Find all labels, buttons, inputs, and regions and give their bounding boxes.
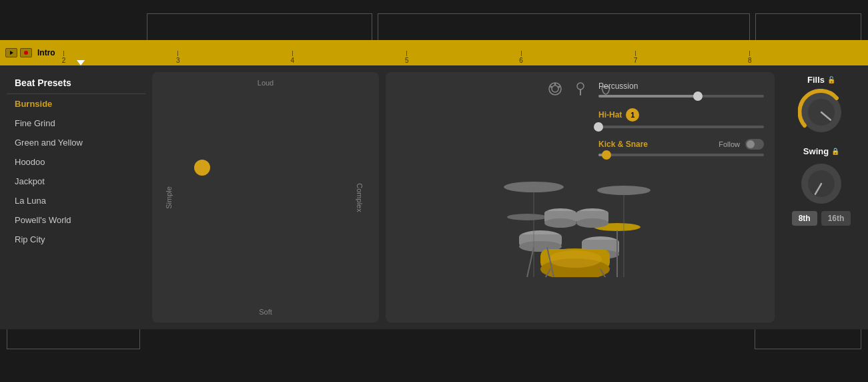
kick-snare-label: Kick & Snare: [598, 140, 648, 149]
maraca-icon[interactable]: [573, 81, 588, 100]
swing-section: Swing 🔒 8th 16th: [781, 146, 861, 226]
tambourine-icon[interactable]: [548, 81, 562, 100]
sidebar-item-powells-world[interactable]: Powell's World: [7, 210, 145, 230]
playhead[interactable]: [77, 60, 85, 65]
resize-handle-center[interactable]: [378, 13, 749, 40]
sidebar-item-rip-city[interactable]: Rip City: [7, 230, 145, 249]
svg-point-12: [507, 214, 547, 220]
label-complex: Complex: [355, 183, 363, 212]
hihat-control: Hi-Hat 1: [598, 108, 764, 128]
sidebar: Beat Presets Burnside Fine Grind Green a…: [7, 72, 145, 323]
svg-point-3: [552, 85, 558, 92]
beat-position-dot[interactable]: [194, 160, 210, 176]
sidebar-item-jackpot[interactable]: Jackpot: [7, 172, 145, 191]
follow-toggle[interactable]: [745, 139, 764, 150]
resize-handle-left[interactable]: [147, 13, 372, 40]
ruler-marker-8: 8: [748, 51, 752, 64]
ruler-marker-5: 5: [405, 51, 409, 64]
ruler-marker-2: 2: [62, 51, 66, 64]
swing-label: Swing 🔒: [803, 146, 839, 156]
timeline-ruler: 2 3 4 5 6 7 8: [62, 40, 863, 65]
svg-point-7: [577, 83, 584, 89]
top-resize-area: [0, 0, 868, 40]
swing-buttons: 8th 16th: [792, 211, 851, 226]
svg-line-31: [527, 247, 534, 277]
sidebar-header: Beat Presets: [7, 72, 145, 94]
svg-point-21: [544, 218, 576, 228]
play-button[interactable]: [5, 48, 17, 57]
sidebar-item-hoodoo[interactable]: Hoodoo: [7, 152, 145, 172]
svg-marker-0: [10, 51, 13, 55]
resize-handle-right[interactable]: [755, 13, 861, 40]
ruler-marker-3: 3: [176, 51, 180, 64]
percussion-label: Percussion: [598, 81, 764, 91]
kick-snare-control: Kick & Snare Follow: [598, 139, 764, 156]
beat-pad[interactable]: Loud Soft Simple Complex: [152, 72, 379, 323]
swing-16th-button[interactable]: 16th: [821, 211, 851, 226]
right-panel: Fills 🔓 Swi: [781, 72, 861, 323]
fills-label: Fills 🔓: [807, 75, 835, 85]
label-simple: Simple: [165, 186, 173, 209]
bottom-resize-area: [0, 329, 868, 375]
percussion-slider[interactable]: [598, 95, 764, 98]
swing-lock-icon[interactable]: 🔒: [831, 148, 839, 155]
label-loud: Loud: [258, 79, 274, 87]
hihat-slider[interactable]: [598, 126, 764, 128]
resize-handle-bottom-left[interactable]: [7, 329, 140, 349]
resize-handle-bottom-right[interactable]: [755, 329, 861, 349]
fills-lock-icon[interactable]: 🔓: [827, 76, 835, 83]
hihat-label: Hi-Hat: [598, 110, 622, 120]
record-button[interactable]: [20, 48, 32, 57]
main-content: Beat Presets Burnside Fine Grind Green a…: [0, 65, 868, 329]
svg-point-4: [550, 86, 552, 88]
svg-point-5: [558, 86, 560, 88]
svg-point-6: [554, 83, 556, 85]
fills-section: Fills 🔓: [781, 75, 861, 136]
percussion-control: Percussion: [598, 81, 764, 98]
timeline: Intro 2 3 4 5 6 7 8: [0, 40, 868, 65]
label-soft: Soft: [259, 308, 272, 316]
drum-controls: Percussion Hi-Hat 1: [588, 72, 775, 323]
timeline-controls: [5, 48, 32, 57]
timeline-section-label: Intro: [37, 48, 55, 57]
sidebar-item-green-and-yellow[interactable]: Green and Yellow: [7, 133, 145, 152]
swing-8th-button[interactable]: 8th: [792, 211, 817, 226]
fills-knob[interactable]: [798, 89, 845, 136]
ruler-marker-6: 6: [519, 51, 523, 64]
sidebar-item-la-luna[interactable]: La Luna: [7, 191, 145, 210]
drum-area: Percussion Hi-Hat 1: [386, 72, 775, 323]
svg-point-1: [24, 51, 28, 55]
hihat-badge: 1: [626, 108, 639, 122]
follow-label: Follow: [719, 140, 740, 148]
swing-knob[interactable]: [798, 160, 845, 207]
kick-snare-slider[interactable]: [598, 154, 764, 156]
sidebar-item-fine-grind[interactable]: Fine Grind: [7, 114, 145, 133]
ruler-marker-4: 4: [290, 51, 294, 64]
ruler-marker-7: 7: [634, 51, 638, 64]
sidebar-item-burnside[interactable]: Burnside: [7, 94, 145, 114]
